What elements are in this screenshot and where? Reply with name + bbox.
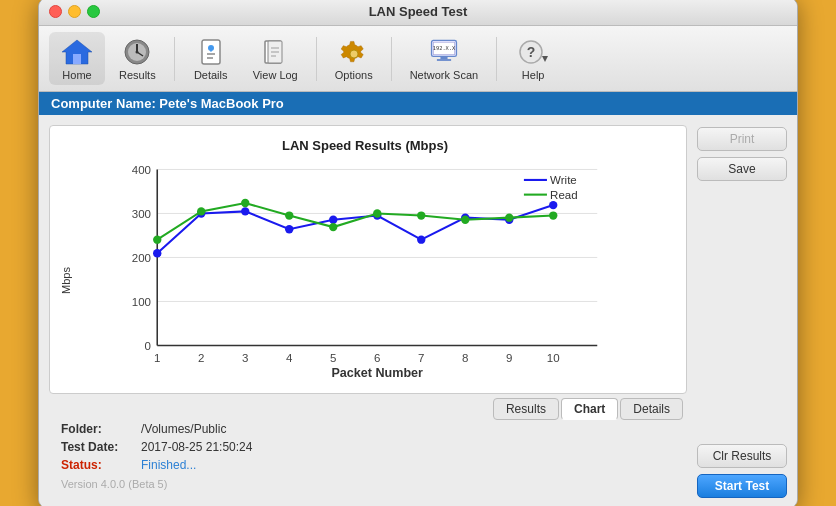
chart-title: LAN Speed Results (Mbps) bbox=[60, 138, 670, 153]
chart-inner: Mbps bbox=[60, 159, 670, 383]
toolbar-item-results[interactable]: Results bbox=[109, 32, 166, 85]
toolbar-separator-2 bbox=[316, 37, 317, 81]
svg-point-65 bbox=[417, 211, 425, 219]
svg-point-66 bbox=[461, 216, 469, 224]
folder-value: /Volumes/Public bbox=[141, 422, 226, 436]
toolbar-separator-4 bbox=[496, 37, 497, 81]
svg-point-68 bbox=[549, 211, 557, 219]
svg-text:Write: Write bbox=[550, 174, 577, 186]
viewlog-icon bbox=[259, 36, 291, 68]
tab-chart[interactable]: Chart bbox=[561, 398, 618, 420]
svg-rect-22 bbox=[437, 59, 451, 61]
toolbar-item-help[interactable]: ? Help bbox=[505, 32, 561, 85]
toolbar-label-help: Help bbox=[522, 69, 545, 81]
titlebar: LAN Speed Test bbox=[39, 0, 797, 26]
chart-tabs: Results Chart Details bbox=[49, 394, 687, 420]
status-row: Status: Finished... bbox=[49, 456, 687, 474]
toolbar: Home Results bbox=[39, 26, 797, 92]
svg-text:i: i bbox=[210, 46, 212, 53]
computer-name-bar: Computer Name: Pete's MacBook Pro bbox=[39, 92, 797, 115]
print-button[interactable]: Print bbox=[697, 127, 787, 151]
toolbar-label-details: Details bbox=[194, 69, 228, 81]
svg-text:?: ? bbox=[527, 44, 536, 60]
chart-section: LAN Speed Results (Mbps) Mbps bbox=[49, 125, 687, 498]
close-button[interactable] bbox=[49, 5, 62, 18]
status-label: Status: bbox=[61, 458, 141, 472]
svg-text:9: 9 bbox=[506, 352, 512, 364]
toolbar-label-results: Results bbox=[119, 69, 156, 81]
date-value: 2017-08-25 21:50:24 bbox=[141, 440, 252, 454]
toolbar-item-options[interactable]: Options bbox=[325, 32, 383, 85]
svg-marker-25 bbox=[542, 56, 548, 62]
app-window: LAN Speed Test Home Re bbox=[38, 0, 798, 506]
svg-point-64 bbox=[373, 209, 381, 217]
svg-text:400: 400 bbox=[132, 164, 151, 176]
svg-text:8: 8 bbox=[462, 352, 468, 364]
tab-details[interactable]: Details bbox=[620, 398, 683, 420]
start-test-button[interactable]: Start Test bbox=[697, 474, 787, 498]
svg-point-67 bbox=[505, 213, 513, 221]
maximize-button[interactable] bbox=[87, 5, 100, 18]
toolbar-separator-1 bbox=[174, 37, 175, 81]
toolbar-label-home: Home bbox=[62, 69, 91, 81]
svg-point-52 bbox=[285, 225, 293, 233]
save-button[interactable]: Save bbox=[697, 157, 787, 181]
toolbar-separator-3 bbox=[391, 37, 392, 81]
svg-text:1: 1 bbox=[154, 352, 160, 364]
computer-name-text: Computer Name: Pete's MacBook Pro bbox=[51, 96, 284, 111]
svg-point-58 bbox=[549, 201, 557, 209]
svg-text:6: 6 bbox=[374, 352, 380, 364]
options-icon bbox=[338, 36, 370, 68]
date-row: Test Date: 2017-08-25 21:50:24 bbox=[49, 438, 687, 456]
home-icon bbox=[61, 36, 93, 68]
svg-text:100: 100 bbox=[132, 296, 151, 308]
folder-row: Folder: /Volumes/Public bbox=[49, 420, 687, 438]
svg-text:2: 2 bbox=[198, 352, 204, 364]
results-icon bbox=[121, 36, 153, 68]
toolbar-label-networkscan: Network Scan bbox=[410, 69, 478, 81]
svg-text:3: 3 bbox=[242, 352, 248, 364]
svg-text:10: 10 bbox=[547, 352, 560, 364]
svg-text:192.X.X: 192.X.X bbox=[433, 45, 456, 51]
toolbar-label-viewlog: View Log bbox=[253, 69, 298, 81]
help-icon: ? bbox=[517, 36, 549, 68]
networkscan-icon: 192.X.X bbox=[428, 36, 460, 68]
toolbar-item-details[interactable]: i Details bbox=[183, 32, 239, 85]
minimize-button[interactable] bbox=[68, 5, 81, 18]
toolbar-item-viewlog[interactable]: View Log bbox=[243, 32, 308, 85]
svg-point-49 bbox=[153, 249, 161, 257]
svg-point-51 bbox=[241, 207, 249, 215]
clr-results-button[interactable]: Clr Results bbox=[697, 444, 787, 468]
status-value: Finished... bbox=[141, 458, 196, 472]
svg-point-53 bbox=[329, 216, 337, 224]
right-panel: Print Save Clr Results Start Test bbox=[697, 125, 787, 498]
version-text: Version 4.0.0 (Beta 5) bbox=[49, 474, 687, 498]
svg-text:300: 300 bbox=[132, 208, 151, 220]
toolbar-label-options: Options bbox=[335, 69, 373, 81]
svg-point-55 bbox=[417, 235, 425, 243]
toolbar-item-networkscan[interactable]: 192.X.X Network Scan bbox=[400, 32, 488, 85]
traffic-lights bbox=[49, 5, 100, 18]
svg-text:Read: Read bbox=[550, 189, 578, 201]
svg-point-60 bbox=[197, 207, 205, 215]
toolbar-item-home[interactable]: Home bbox=[49, 32, 105, 85]
svg-text:5: 5 bbox=[330, 352, 336, 364]
svg-point-59 bbox=[153, 235, 161, 243]
svg-text:200: 200 bbox=[132, 252, 151, 264]
svg-point-17 bbox=[350, 50, 358, 58]
svg-point-63 bbox=[329, 223, 337, 231]
window-title: LAN Speed Test bbox=[369, 4, 468, 19]
chart-container: LAN Speed Results (Mbps) Mbps bbox=[49, 125, 687, 394]
y-axis-label: Mbps bbox=[60, 159, 72, 383]
svg-rect-1 bbox=[73, 54, 81, 64]
svg-rect-21 bbox=[440, 56, 447, 59]
main-content: LAN Speed Results (Mbps) Mbps bbox=[39, 115, 797, 506]
chart-svg-area: 400 300 200 100 0 1 2 3 4 5 bbox=[74, 159, 670, 383]
svg-text:4: 4 bbox=[286, 352, 293, 364]
svg-text:Packet Number: Packet Number bbox=[332, 366, 424, 379]
date-label: Test Date: bbox=[61, 440, 141, 454]
svg-point-62 bbox=[285, 211, 293, 219]
svg-text:0: 0 bbox=[145, 340, 151, 352]
details-icon: i bbox=[195, 36, 227, 68]
tab-results[interactable]: Results bbox=[493, 398, 559, 420]
